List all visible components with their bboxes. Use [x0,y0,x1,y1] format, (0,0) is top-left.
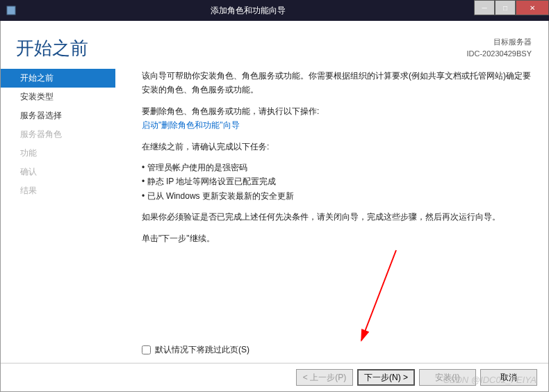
cancel-button[interactable]: 取消 [480,369,537,386]
verify-note: 如果你必须验证是否已完成上述任何先决条件，请关闭向导，完成这些步骤，然后再次运行… [142,210,532,224]
app-icon [6,5,17,16]
target-server-label: 目标服务器 [466,36,532,48]
target-server-info: 目标服务器 IDC-20230429BSY [466,36,532,59]
intro-text: 该向导可帮助你安装角色、角色服务或功能。你需要根据组织的计算要求(例如共享文档或… [142,69,532,97]
task-list: 管理员帐户使用的是强密码 静态 IP 地址等网络设置已配置完成 已从 Windo… [142,161,532,203]
sidebar-item-confirmation: 确认 [1,163,115,181]
sidebar-item-features: 功能 [1,144,115,163]
minimize-button[interactable]: ─ [474,0,495,15]
next-button[interactable]: 下一步(N) > [357,369,415,386]
maximize-button[interactable]: □ [495,0,516,15]
window-controls: ─ □ ✕ [474,0,549,21]
page-heading: 开始之前 [16,36,88,60]
content-wrapper: 开始之前 目标服务器 IDC-20230429BSY 开始之前 安装类型 服务器… [0,21,549,392]
remove-roles-link[interactable]: 启动"删除角色和功能"向导 [142,120,240,130]
pre-tasks-label: 在继续之前，请确认完成以下任务: [142,140,532,154]
sidebar-item-before-you-begin[interactable]: 开始之前 [1,69,115,88]
previous-button: < 上一步(P) [296,369,353,386]
sidebar-item-installation-type[interactable]: 安装类型 [1,88,115,106]
skip-page-checkbox[interactable] [142,345,151,354]
task-item: 管理员帐户使用的是强密码 [142,161,532,174]
window-title: 添加角色和功能向导 [22,5,474,17]
svg-rect-0 [7,6,15,15]
remove-roles-label: 要删除角色、角色服务或功能，请执行以下操作: [142,106,319,116]
task-item: 静态 IP 地址等网络设置已配置完成 [142,174,532,188]
skip-page-row: 默认情况下将跳过此页(S) [142,343,532,357]
close-button[interactable]: ✕ [516,0,549,15]
sidebar-item-results: 结果 [1,181,115,200]
skip-page-label: 默认情况下将跳过此页(S) [155,343,249,357]
body-section: 开始之前 安装类型 服务器选择 服务器角色 功能 确认 结果 该向导可帮助你安装… [1,69,548,363]
task-item: 已从 Windows 更新安装最新的安全更新 [142,189,532,203]
sidebar-item-server-roles: 服务器角色 [1,125,115,144]
titlebar: 添加角色和功能向导 ─ □ ✕ [0,0,549,21]
install-button: 安装(I) [419,369,476,386]
header-section: 开始之前 目标服务器 IDC-20230429BSY [1,21,548,69]
sidebar-item-server-selection[interactable]: 服务器选择 [1,106,115,125]
footer-bar: < 上一步(P) 下一步(N) > 安装(I) 取消 [1,363,548,391]
continue-note: 单击"下一步"继续。 [142,231,532,245]
target-server-value: IDC-20230429BSY [466,48,532,60]
wizard-sidebar: 开始之前 安装类型 服务器选择 服务器角色 功能 确认 结果 [1,69,115,363]
main-panel: 该向导可帮助你安装角色、角色服务或功能。你需要根据组织的计算要求(例如共享文档或… [115,69,548,363]
